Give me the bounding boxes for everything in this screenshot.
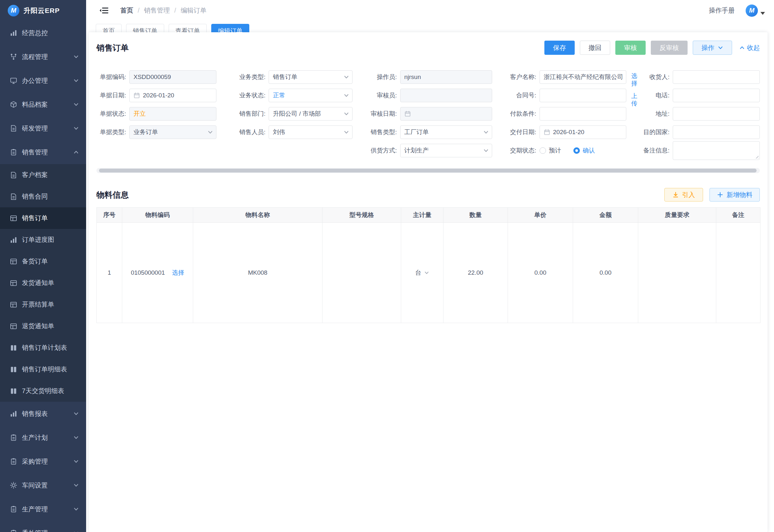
add-material-button[interactable]: 新增物料 — [709, 188, 760, 202]
field-doc-type: 单据类型: 业务订单 — [96, 123, 216, 141]
remark-textarea[interactable] — [673, 141, 760, 160]
calendar-icon — [544, 129, 550, 135]
sales-dept-select[interactable]: 升阳公司 / 市场部 — [269, 107, 352, 121]
sidebar-item-workshop-settings[interactable]: 车间设置 — [0, 473, 86, 497]
sidebar-collapse-icon[interactable] — [99, 6, 109, 15]
radio-option-confirm[interactable]: 确认 — [573, 146, 595, 155]
sidebar-item-customer-archive[interactable]: 客户档案 — [0, 164, 86, 186]
doc-code-input[interactable]: XSDD000059 — [129, 70, 216, 84]
delivery-date-input[interactable]: 2026-01-20 — [540, 125, 626, 139]
salesperson-value: 刘伟 — [273, 128, 285, 136]
materials-toolbar: 引入 新增物料 — [664, 188, 760, 202]
scrollbar-thumb[interactable] — [99, 169, 757, 172]
sidebar-item-label: 生产管理 — [22, 505, 48, 514]
radio-unchecked-icon — [540, 147, 546, 154]
clipboard-icon — [10, 529, 17, 532]
field-supply-mode: 供货方式: 计划生产 — [366, 141, 492, 160]
customer-name-input[interactable]: 浙江裕兴不动产经纪有限公司 — [540, 70, 626, 84]
sales-type-select[interactable]: 工厂订单 — [400, 125, 492, 139]
col-header-unit: 主计量 — [401, 208, 443, 223]
doc-date-input[interactable]: 2026-01-20 — [129, 89, 216, 102]
sidebar-item-order-detail-report[interactable]: 销售订单明细表 — [0, 359, 86, 380]
cell-qty[interactable]: 22.00 — [443, 223, 508, 323]
cell-name[interactable]: MK008 — [193, 223, 323, 323]
material-code[interactable]: 0105000001 — [131, 269, 165, 276]
import-button[interactable]: 引入 — [664, 188, 703, 202]
sidebar-item-order-progress[interactable]: 订单进度图 — [0, 229, 86, 251]
cell-unit: 台 — [401, 223, 443, 323]
sidebar-item-7day-delivery-report[interactable]: 7天交货明细表 — [0, 380, 86, 402]
phone-input[interactable] — [673, 89, 760, 102]
sidebar-item-stock-order[interactable]: 备货订单 — [0, 251, 86, 272]
document-icon — [10, 171, 17, 179]
form-col-1: 单据编码: XSDD000059 单据日期: 2026-01-20 单据状态: … — [96, 68, 216, 160]
material-select-link[interactable]: 选择 — [172, 269, 184, 277]
biz-type-select[interactable]: 销售订单 — [269, 70, 352, 84]
supply-mode-select[interactable]: 计划生产 — [400, 144, 492, 157]
cell-remark[interactable] — [716, 223, 760, 323]
field-customer-name: 客户名称: 浙江裕兴不动产经纪有限公司 — [506, 68, 626, 86]
cell-quality[interactable] — [638, 223, 716, 323]
doc-status-value: 开立 — [134, 110, 146, 118]
radio-option-estimate[interactable]: 预计 — [540, 146, 561, 155]
sidebar-item-label: 经营总控 — [22, 29, 48, 37]
chevron-down-icon — [73, 482, 79, 488]
withdraw-button[interactable]: 撤回 — [580, 41, 610, 55]
audit-button[interactable]: 审核 — [615, 41, 646, 55]
sidebar-item-outsourcing-mgmt[interactable]: 委外管理 — [0, 521, 86, 532]
field-phone: 电话: — [640, 86, 760, 104]
field-remark: 备注信息: — [640, 141, 760, 160]
save-button[interactable]: 保存 — [544, 41, 575, 55]
field-contract-no: 合同号: — [506, 86, 626, 104]
cell-spec[interactable] — [323, 223, 401, 323]
sidebar-item-invoice-settlement[interactable]: 开票结算单 — [0, 294, 86, 315]
unit-select[interactable]: 台 — [403, 269, 441, 277]
field-auditor: 审核员: — [366, 86, 492, 104]
contract-no-input[interactable] — [540, 89, 626, 102]
sidebar-item-business-control[interactable]: 经营总控 — [0, 21, 86, 45]
sidebar-item-rd-mgmt[interactable]: 研发管理 — [0, 116, 86, 140]
customer-select-link[interactable]: 选择 — [631, 72, 638, 87]
salesperson-select[interactable]: 刘伟 — [269, 125, 352, 139]
user-menu-caret-icon[interactable] — [760, 12, 765, 15]
operation-manual-link[interactable]: 操作手册 — [709, 6, 735, 15]
form-col-5: 收货人: 电话: 地址: 目的国家: 备注信息: — [640, 68, 760, 160]
sidebar-item-sales-mgmt[interactable]: 销售管理 — [0, 140, 86, 164]
sidebar-item-label: 退货通知单 — [22, 322, 54, 330]
sidebar-item-purchase-mgmt[interactable]: 采购管理 — [0, 449, 86, 473]
doc-type-select[interactable]: 业务订单 — [129, 125, 216, 139]
breadcrumb-home[interactable]: 首页 — [120, 6, 133, 15]
sidebar-item-order-plan-report[interactable]: 销售订单计划表 — [0, 337, 86, 359]
sidebar-item-sales-report[interactable]: 销售报表 — [0, 402, 86, 426]
breadcrumb-section[interactable]: 销售管理 — [144, 6, 170, 15]
unit-value: 台 — [415, 269, 422, 277]
actions-dropdown-button[interactable]: 操作 — [693, 41, 732, 55]
payment-terms-input[interactable] — [540, 107, 626, 121]
avatar[interactable]: M — [746, 5, 758, 17]
destination-country-input[interactable] — [673, 125, 760, 139]
biz-status-select[interactable]: 正常 — [269, 89, 352, 102]
operator-label: 操作员: — [366, 73, 400, 81]
sidebar-item-sales-order[interactable]: 销售订单 — [0, 207, 86, 229]
panel-header: 销售订单 保存 撤回 审核 反审核 操作 收起 — [96, 32, 760, 63]
doc-type-value: 业务订单 — [134, 128, 158, 136]
biz-status-value: 正常 — [273, 91, 285, 100]
sidebar-item-shipping-notice[interactable]: 发货通知单 — [0, 272, 86, 294]
col-header-quality: 质量要求 — [638, 208, 716, 223]
sidebar-item-label: 销售订单 — [22, 214, 48, 222]
sidebar-item-office-mgmt[interactable]: 办公管理 — [0, 69, 86, 93]
address-input[interactable] — [673, 107, 760, 121]
receiver-input[interactable] — [673, 70, 760, 84]
collapse-link[interactable]: 收起 — [739, 44, 760, 52]
sales-order-panel: 销售订单 保存 撤回 审核 反审核 操作 收起 单据编码: XSDD000059 — [89, 32, 768, 532]
sidebar-item-sales-contract[interactable]: 销售合同 — [0, 186, 86, 207]
customer-upload-link[interactable]: 上传 — [631, 92, 638, 107]
sidebar-item-material-archive[interactable]: 料品档案 — [0, 93, 86, 116]
cell-price[interactable]: 0.00 — [508, 223, 573, 323]
sidebar-item-process-mgmt[interactable]: 流程管理 — [0, 45, 86, 69]
sidebar-item-return-notice[interactable]: 退货通知单 — [0, 315, 86, 337]
field-biz-status: 业务状态: 正常 — [230, 86, 352, 104]
sidebar-item-production-plan[interactable]: 生产计划 — [0, 426, 86, 449]
sidebar-item-production-mgmt[interactable]: 生产管理 — [0, 497, 86, 521]
columns-icon — [10, 387, 17, 395]
